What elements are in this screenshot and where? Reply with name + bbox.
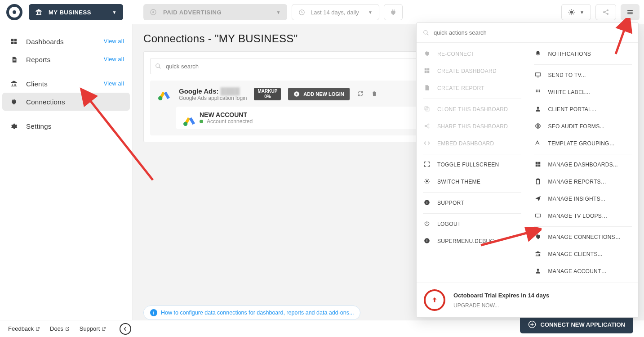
supermenu-search[interactable]: [417, 23, 638, 43]
svg-point-11: [156, 64, 160, 67]
menu-item-create-dashboard: CREATE DASHBOARD: [417, 63, 528, 80]
external-icon: [65, 327, 70, 331]
menu-item-client-portal[interactable]: CLIENT PORTAL...: [528, 101, 639, 118]
sidebar-item-connections[interactable]: Connections: [2, 93, 130, 111]
menu-item-template-grouping[interactable]: TEMPLATE GROUPING…: [528, 135, 639, 152]
menu-item-toggle-fullscreen[interactable]: TOGGLE FULLSCREEN: [417, 156, 528, 173]
menu-item-label: CLONE THIS DASHBOARD: [437, 106, 508, 112]
sidebar-label: Settings: [26, 122, 52, 130]
svg-rect-43: [538, 162, 540, 164]
svg-point-24: [428, 124, 429, 125]
menu-item-support[interactable]: SUPPORT: [417, 194, 528, 211]
code-icon: [424, 140, 431, 148]
menu-item-label: SUPPORT: [437, 200, 464, 206]
plug-button[interactable]: [384, 4, 403, 20]
menu-item-logout[interactable]: LOGOUT: [417, 216, 528, 233]
google-ads-logo-small: [182, 112, 193, 123]
svg-rect-31: [426, 240, 427, 242]
menu-item-manage-account[interactable]: MANAGE ACCOUNT…: [528, 263, 639, 280]
send-icon: [535, 195, 542, 203]
menu-item-label: SEND TO TV...: [548, 72, 586, 78]
connect-new-application-button[interactable]: CONNECT NEW APPLICATION: [520, 315, 634, 333]
menu-item-manage-clients[interactable]: MANAGE CLIENTS...: [528, 246, 639, 263]
sidebar-item-settings[interactable]: Settings: [0, 117, 132, 135]
sidebar-label: Connections: [26, 98, 65, 106]
view-all-link[interactable]: View all: [104, 38, 124, 45]
svg-rect-19: [425, 71, 427, 73]
sidebar-item-dashboards[interactable]: Dashboards View all: [0, 32, 132, 50]
menu-item-manage-reports[interactable]: MANAGE REPORTS…: [528, 173, 639, 190]
globe-icon: [535, 123, 542, 130]
svg-point-49: [537, 269, 539, 271]
info-link[interactable]: i How to configure data connections for …: [143, 306, 360, 320]
menu-item-manage-insights[interactable]: MANAGE INSIGHTS...: [528, 190, 639, 207]
bank-icon: [10, 80, 18, 87]
svg-rect-8: [14, 39, 17, 41]
menu-item-label: MANAGE TV LOOPS…: [548, 213, 608, 219]
theme-toggle[interactable]: ▼: [561, 4, 591, 20]
share-button[interactable]: [595, 4, 616, 20]
target-icon: [150, 9, 157, 16]
view-all-link[interactable]: View all: [104, 56, 124, 63]
svg-point-3: [570, 11, 573, 14]
app-logo: [6, 4, 22, 20]
share-icon: [424, 123, 431, 130]
menu-item-share-this-dashboard: SHARE THIS DASHBOARD: [417, 118, 528, 135]
business-selector[interactable]: MY BUSINESS ▼: [29, 4, 123, 20]
menu-item-manage-dashboards[interactable]: MANAGE DASHBOARDS...: [528, 156, 639, 173]
date-range-selector[interactable]: Last 14 days, daily ▼: [292, 4, 379, 20]
menu-item-label: SWITCH THEME: [437, 179, 480, 185]
menu-item-notifications[interactable]: NOTIFICATIONS: [528, 45, 639, 63]
menu-item-seo-audit-forms[interactable]: SEO AUDIT FORMS...: [528, 118, 639, 135]
view-all-link[interactable]: View all: [104, 81, 124, 87]
menu-item-white-label[interactable]: WHITE LABEL...: [528, 84, 639, 101]
sidebar-item-reports[interactable]: Reports View all: [0, 50, 132, 68]
hamburger-menu[interactable]: [621, 4, 640, 20]
delete-button[interactable]: [371, 90, 378, 98]
menu-item-label: NOTIFICATIONS: [548, 51, 591, 57]
grid-icon: [424, 67, 431, 75]
menu-divider: [423, 154, 521, 154]
connection-subtitle: Google Ads application login: [179, 95, 247, 101]
menu-item-label: SHARE THIS DASHBOARD: [437, 123, 508, 130]
trash-icon: [371, 90, 378, 97]
menu-item-supermenu-debug[interactable]: SUPERMENU.DEBUG: [417, 233, 528, 250]
theme-icon: [424, 178, 431, 186]
menu-item-label: WHITE LABEL...: [548, 89, 591, 95]
bell-icon: [535, 50, 542, 58]
docs-link[interactable]: Docs: [50, 325, 70, 332]
refresh-button[interactable]: [357, 90, 364, 99]
doc-icon: [10, 56, 18, 63]
theme-icon: [568, 9, 575, 16]
refresh-icon: [357, 90, 364, 97]
menu-item-send-to-tv[interactable]: SEND TO TV...: [528, 67, 639, 84]
svg-point-35: [537, 90, 538, 90]
menu-item-label: MANAGE INSIGHTS...: [548, 196, 605, 202]
plug-icon: [424, 50, 431, 58]
upgrade-link[interactable]: UPGRADE NOW...: [453, 302, 549, 309]
back-button[interactable]: [120, 323, 131, 335]
svg-point-16: [424, 30, 427, 34]
tv2-icon: [535, 212, 542, 220]
svg-rect-45: [538, 164, 540, 166]
menu-item-manage-tv-loops[interactable]: MANAGE TV LOOPS…: [528, 207, 639, 225]
supermenu-search-input[interactable]: [434, 29, 632, 36]
support-link[interactable]: Support: [80, 325, 107, 332]
svg-rect-9: [11, 42, 13, 44]
sidebar-item-clients[interactable]: Clients View all: [0, 75, 132, 93]
hamburger-icon: [627, 8, 633, 16]
svg-rect-29: [426, 201, 427, 201]
plug-icon: [10, 98, 18, 105]
menu-item-switch-theme[interactable]: SWITCH THEME: [417, 173, 528, 190]
plus-circle-icon: [528, 320, 536, 328]
add-login-button[interactable]: ADD NEW LOGIN: [288, 88, 349, 100]
svg-rect-48: [535, 214, 540, 217]
svg-rect-7: [11, 39, 13, 41]
svg-point-23: [425, 125, 426, 126]
menu-item-manage-connections[interactable]: MANAGE CONNECTIONS…: [528, 229, 639, 246]
advertising-selector[interactable]: PAID ADVERTISING ▼: [143, 4, 287, 20]
date-label: Last 14 days, daily: [311, 9, 359, 16]
feedback-link[interactable]: Feedback: [8, 325, 40, 332]
trial-banner: Octoboard Trial Expires in 14 days UPGRA…: [417, 283, 638, 317]
chevron-down-icon: ▼: [276, 10, 281, 15]
